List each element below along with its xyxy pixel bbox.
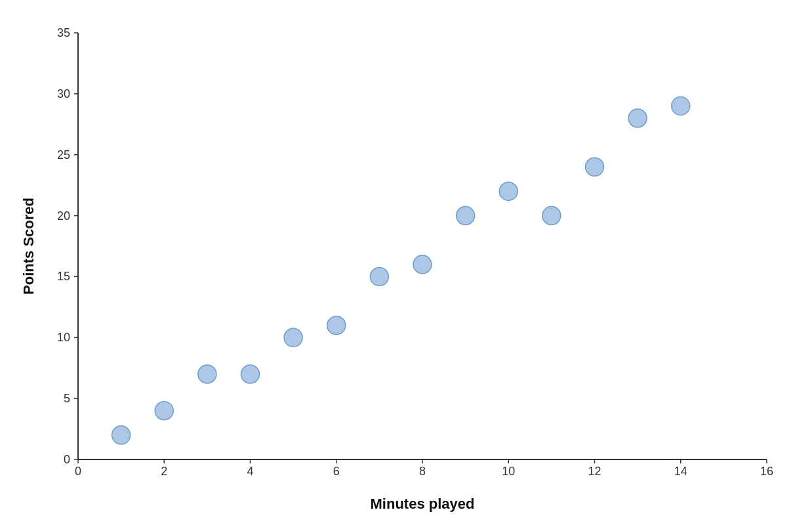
svg-text:2: 2 — [161, 465, 167, 478]
data-point — [198, 365, 216, 383]
svg-text:6: 6 — [333, 465, 340, 478]
svg-text:35: 35 — [57, 26, 70, 39]
data-point — [241, 365, 260, 383]
svg-text:14: 14 — [674, 465, 687, 478]
svg-text:0: 0 — [64, 453, 70, 466]
scatter-chart: 024681012141605101520253035Minutes playe… — [19, 13, 793, 519]
data-point — [370, 267, 388, 286]
svg-text:Minutes played: Minutes played — [371, 496, 475, 512]
svg-text:30: 30 — [57, 87, 70, 100]
svg-text:10: 10 — [57, 331, 70, 344]
data-point — [499, 182, 518, 200]
data-point — [457, 206, 475, 224]
svg-text:12: 12 — [588, 465, 601, 478]
svg-text:16: 16 — [760, 465, 773, 478]
svg-text:0: 0 — [75, 465, 81, 478]
data-point — [628, 109, 647, 127]
data-point — [284, 328, 302, 347]
data-point — [155, 401, 173, 419]
data-point — [586, 158, 604, 176]
svg-text:20: 20 — [57, 209, 70, 222]
data-point — [112, 425, 131, 444]
data-point — [327, 316, 346, 334]
svg-text:10: 10 — [502, 465, 515, 478]
data-point — [672, 96, 690, 115]
svg-text:15: 15 — [57, 270, 70, 283]
svg-text:8: 8 — [419, 465, 426, 478]
svg-text:25: 25 — [57, 148, 70, 161]
data-point — [542, 206, 561, 224]
svg-text:5: 5 — [64, 392, 70, 405]
data-point — [413, 255, 432, 273]
svg-text:4: 4 — [247, 465, 253, 478]
svg-text:Points Scored: Points Scored — [20, 198, 37, 295]
